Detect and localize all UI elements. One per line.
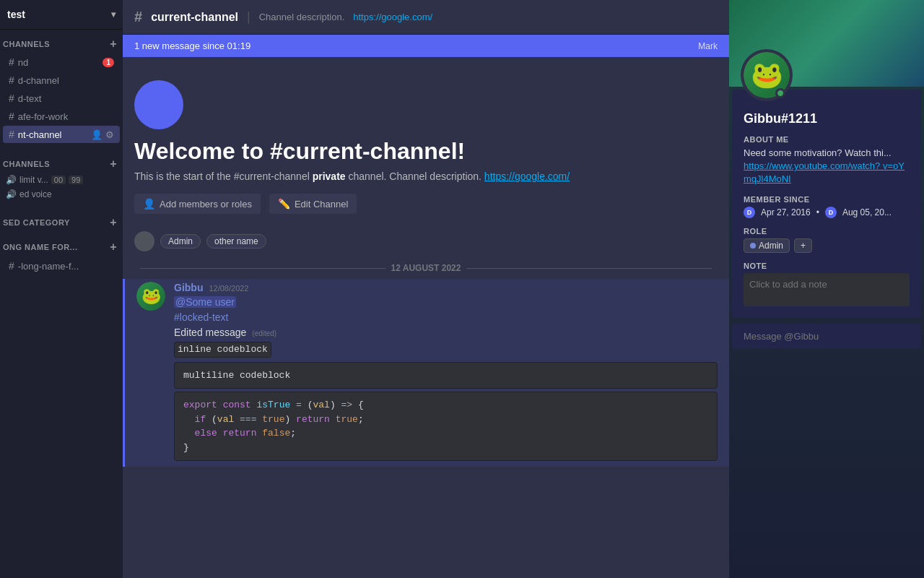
message-content: Gibbu 12/08/2022 @Some user #locked-text…	[174, 282, 718, 464]
voice-channel-name: limit v...	[19, 175, 48, 185]
message-avatar: 🐸	[136, 282, 165, 311]
channel-title: current-channel	[151, 11, 238, 24]
sidebar-item-limit-voice[interactable]: 🔊 limit v... 00 99	[0, 173, 123, 187]
role-badge-other[interactable]: other name	[206, 234, 266, 249]
channel-name-d-channel: d-channel	[18, 75, 59, 86]
channel-hash-icon: #	[134, 9, 142, 25]
member-avatar-small	[134, 231, 154, 251]
profile-info-card: Gibbu#1211 ABOUT ME Need some motivation…	[732, 90, 921, 318]
sidebar-item-safe-for-work[interactable]: # afe-for-work	[3, 108, 120, 125]
member-since-dot: •	[816, 207, 819, 217]
roles-container: Admin +	[744, 238, 910, 253]
channels-label-1: CHANNELS	[3, 40, 50, 48]
hash-icon-3: #	[9, 92, 14, 104]
role-dot-icon	[750, 243, 756, 249]
settings-icon[interactable]: ⚙	[105, 129, 114, 140]
channel-name-long: -long-name-f...	[18, 261, 79, 272]
profile-name: Gibbu	[744, 111, 781, 126]
header-divider: |	[247, 9, 250, 25]
add-role-button[interactable]: +	[794, 238, 812, 253]
channels-label-2: CHANNELS	[3, 160, 50, 168]
voice-limit-99: 99	[69, 176, 83, 184]
message-header: Gibbu 12/08/2022	[174, 282, 718, 293]
profile-cover: 🐸	[729, 0, 924, 87]
sidebar: test ▾ CHANNELS + # nd 1 # d-channel # d…	[0, 0, 123, 578]
sidebar-item-current-channel[interactable]: # nt-channel 👤 ⚙	[3, 126, 120, 143]
edited-label: (edited)	[252, 329, 276, 337]
unread-badge-nd: 1	[103, 58, 114, 67]
add-members-button[interactable]: 👤 Add members or roles	[134, 194, 261, 214]
hash-icon-6: #	[9, 260, 14, 272]
channel-reference[interactable]: #locked-text	[174, 311, 228, 323]
about-me-description: Need some motivation? Watch thi...	[744, 147, 892, 158]
member-since-server-date: Aug 05, 20...	[842, 207, 892, 217]
sidebar-item-d-channel[interactable]: # d-channel	[3, 72, 120, 89]
main-content: # current-channel | Channel description.…	[123, 0, 729, 578]
discord-icon: D	[744, 207, 755, 218]
online-status-indicator	[775, 88, 785, 98]
edit-channel-label: Edit Channel	[295, 199, 348, 210]
add-category-sed-button[interactable]: +	[110, 216, 117, 229]
message-username[interactable]: Gibbu	[174, 282, 203, 293]
server-name: test	[7, 9, 25, 20]
about-me-link[interactable]: https://www.youtube.com/watch? v=oYmqJl4…	[744, 160, 905, 184]
hash-icon-2: #	[9, 74, 14, 86]
category-sed[interactable]: SED CATEGORY +	[0, 207, 123, 232]
sidebar-item-ed-voice[interactable]: 🔊 ed voice	[0, 187, 123, 202]
mark-button[interactable]: Mark	[698, 41, 718, 51]
add-category-ong-button[interactable]: +	[110, 241, 117, 254]
banner-text: 1 new message since 01:19	[134, 40, 250, 51]
message-code-block-wrapper: export const isTrue = (val) => { if (val…	[174, 392, 718, 461]
multiline-code-block: multiline codeblock	[174, 362, 718, 389]
profile-discriminator: #1211	[781, 111, 817, 126]
channel-description-link[interactable]: https://google.com/	[353, 12, 432, 22]
date-text: 12 AUGUST 2022	[391, 263, 461, 273]
add-channel-button-1[interactable]: +	[110, 38, 117, 50]
chevron-down-icon: ▾	[111, 9, 116, 20]
speaker-icon-2: 🔊	[6, 189, 17, 199]
role-badge-admin[interactable]: Admin	[160, 234, 201, 249]
voice-channel-name-2: ed voice	[19, 189, 52, 199]
member-since-row: D Apr 27, 2016 • D Aug 05, 20...	[744, 207, 910, 218]
category-ong-label: ONG NAME FOR...	[3, 243, 77, 251]
edit-channel-button[interactable]: ✏️ Edit Channel	[269, 194, 357, 214]
category-ong[interactable]: ONG NAME FOR... +	[0, 232, 123, 256]
channel-header: # current-channel | Channel description.…	[123, 0, 729, 35]
sidebar-item-nd[interactable]: # nd 1	[3, 53, 120, 71]
channels-section-2: CHANNELS + 🔊 limit v... 00 99 🔊 ed voice	[0, 150, 123, 207]
edited-message-text: Edited message	[174, 327, 246, 338]
sidebar-item-d-text[interactable]: # d-text	[3, 90, 120, 107]
welcome-actions: 👤 Add members or roles ✏️ Edit Channel	[134, 194, 718, 214]
hash-icon-4: #	[9, 111, 14, 122]
channels-section-header-1: CHANNELS +	[0, 35, 123, 53]
channel-name-current: nt-channel	[18, 129, 62, 140]
add-members-label: Add members or roles	[160, 199, 252, 210]
frog-avatar-icon: 🐸	[136, 282, 165, 311]
message-input[interactable]	[744, 331, 910, 342]
add-member-icon[interactable]: 👤	[91, 129, 103, 140]
channel-name-d-text: d-text	[18, 93, 42, 104]
add-members-icon: 👤	[143, 198, 155, 210]
date-divider: 12 AUGUST 2022	[123, 257, 729, 279]
server-header[interactable]: test ▾	[0, 0, 123, 30]
message-mention: @Some user	[174, 295, 718, 310]
add-channel-button-2[interactable]: +	[110, 158, 117, 170]
sidebar-item-long-name[interactable]: # -long-name-f...	[3, 257, 120, 275]
edit-icon: ✏️	[278, 198, 290, 210]
right-panel: 🐸 Gibbu#1211 ABOUT ME Need some motivati…	[729, 0, 924, 578]
member-since-title: MEMBER SINCE	[744, 195, 910, 204]
welcome-description: This is the start of the #current-channe…	[134, 171, 718, 182]
mention-tag[interactable]: @Some user	[174, 296, 236, 308]
welcome-desc-link[interactable]: https://google.com/	[484, 171, 570, 182]
channel-description-text: Channel description.	[259, 12, 345, 22]
members-row: Admin other name	[123, 225, 729, 257]
new-message-banner[interactable]: 1 new message since 01:19 Mark	[123, 35, 729, 57]
note-input[interactable]	[744, 273, 910, 306]
channel-name-nd: nd	[18, 57, 28, 68]
message-channel-ref: #locked-text	[174, 310, 718, 325]
welcome-desc-start: This is the start of the #current-channe…	[134, 171, 310, 182]
channel-name-safe-for-work: afe-for-work	[18, 111, 68, 122]
message-inline-code-wrapper: inline codeblock	[174, 340, 718, 359]
syntax-code-block: export const isTrue = (val) => { if (val…	[174, 392, 718, 461]
note-title: NOTE	[744, 262, 910, 270]
